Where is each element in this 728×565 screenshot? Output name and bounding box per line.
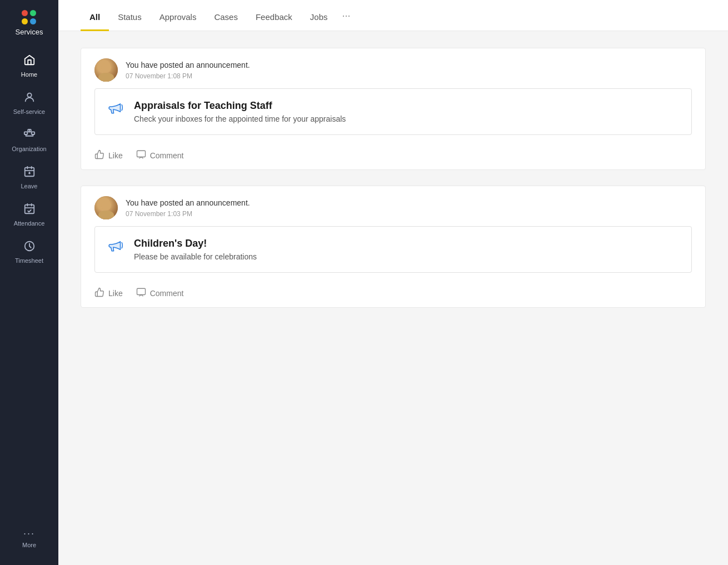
announcement-box: Children's Day! Please be available for … <box>94 226 692 273</box>
tab-feedback[interactable]: Feedback <box>247 2 301 31</box>
megaphone-icon <box>106 238 125 257</box>
post-time: 07 November 1:08 PM <box>126 72 250 80</box>
sidebar-item-leave[interactable]: Leave <box>0 158 58 195</box>
announcement-body: Check your inboxes for the appointed tim… <box>134 114 346 123</box>
sidebar-item-timesheet-label: Timesheet <box>15 257 43 264</box>
sidebar-item-self-service[interactable]: Self-service <box>0 83 58 121</box>
post-card: You have posted an announcement. 07 Nove… <box>81 186 706 308</box>
leave-icon <box>23 166 36 181</box>
tab-cases[interactable]: Cases <box>205 2 247 31</box>
tab-jobs[interactable]: Jobs <box>301 2 337 31</box>
tab-approvals[interactable]: Approvals <box>151 2 206 31</box>
post-header: You have posted an announcement. 07 Nove… <box>81 48 705 88</box>
announcement-content: Appraisals for Teaching Staff Check your… <box>134 100 346 123</box>
svg-rect-6 <box>24 205 34 214</box>
sidebar-brand-label: Services <box>16 28 43 36</box>
more-icon: ··· <box>23 528 35 539</box>
comment-icon <box>136 149 146 162</box>
avatar-image <box>94 58 118 82</box>
announcement-body: Please be available for celebrations <box>134 252 257 261</box>
avatar-image <box>94 196 118 219</box>
post-text: You have posted an announcement. <box>126 198 250 209</box>
sidebar-item-organization[interactable]: Organization <box>0 121 58 158</box>
like-button[interactable]: Like <box>94 287 123 299</box>
sidebar-item-self-service-label: Self-service <box>13 108 45 115</box>
sidebar-item-leave-label: Leave <box>21 183 38 189</box>
main-content: All Status Approvals Cases Feedback Jobs… <box>58 0 728 565</box>
org-icon <box>23 128 36 143</box>
feed: You have posted an announcement. 07 Nove… <box>58 31 728 565</box>
announcement-title: Appraisals for Teaching Staff <box>134 100 346 112</box>
sidebar-item-more[interactable]: ··· More <box>0 520 58 554</box>
avatar <box>94 58 118 82</box>
sidebar-item-more-label: More <box>22 542 36 548</box>
post-meta: You have posted an announcement. 07 Nove… <box>126 60 250 80</box>
sidebar: Services Home Self-service <box>0 0 58 565</box>
logo-dots <box>22 10 37 24</box>
comment-icon <box>136 287 146 299</box>
like-button[interactable]: Like <box>94 149 123 162</box>
post-header: You have posted an announcement. 07 Nove… <box>81 186 705 226</box>
sidebar-item-timesheet[interactable]: Timesheet <box>0 232 58 269</box>
announcement-title: Children's Day! <box>134 238 257 249</box>
sidebar-item-organization-label: Organization <box>12 146 46 152</box>
post-actions: Like Comment <box>81 144 705 169</box>
post-card: You have posted an announcement. 07 Nove… <box>81 48 706 170</box>
timesheet-icon <box>23 240 36 255</box>
post-actions: Like Comment <box>81 282 705 307</box>
sidebar-nav: Home Self-service Organizati <box>0 46 58 565</box>
home-icon <box>23 54 36 69</box>
dot-red <box>22 10 28 16</box>
person-icon <box>23 91 36 106</box>
tabs-bar: All Status Approvals Cases Feedback Jobs… <box>58 0 728 31</box>
svg-point-0 <box>27 93 31 97</box>
dot-yellow <box>22 18 28 24</box>
comment-label: Comment <box>150 151 184 160</box>
like-icon <box>94 149 104 162</box>
post-text: You have posted an announcement. <box>126 60 250 71</box>
comment-label: Comment <box>150 289 184 298</box>
like-icon <box>94 287 104 299</box>
announcement-box: Appraisals for Teaching Staff Check your… <box>94 88 692 135</box>
announcement-content: Children's Day! Please be available for … <box>134 238 257 261</box>
like-label: Like <box>108 289 123 298</box>
comment-button[interactable]: Comment <box>136 149 184 162</box>
tab-all[interactable]: All <box>81 2 109 31</box>
tab-status[interactable]: Status <box>109 2 151 31</box>
sidebar-item-attendance-label: Attendance <box>14 220 45 227</box>
dot-blue <box>30 18 36 24</box>
sidebar-item-home-label: Home <box>21 71 37 78</box>
sidebar-logo: Services <box>0 0 58 42</box>
svg-rect-8 <box>137 151 145 157</box>
svg-rect-9 <box>137 288 145 294</box>
megaphone-icon <box>106 100 125 119</box>
post-time: 07 November 1:03 PM <box>126 210 250 218</box>
attendance-icon <box>23 203 36 218</box>
like-label: Like <box>108 151 123 160</box>
sidebar-item-home[interactable]: Home <box>0 46 58 83</box>
tab-more[interactable]: ··· <box>337 0 356 31</box>
avatar <box>94 196 118 219</box>
sidebar-item-attendance[interactable]: Attendance <box>0 195 58 232</box>
comment-button[interactable]: Comment <box>136 287 184 299</box>
dot-green <box>30 10 36 16</box>
post-meta: You have posted an announcement. 07 Nove… <box>126 198 250 218</box>
